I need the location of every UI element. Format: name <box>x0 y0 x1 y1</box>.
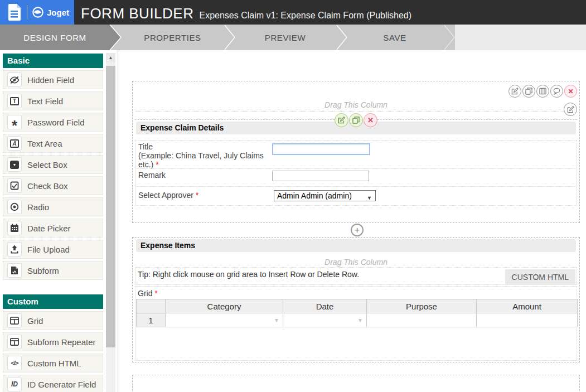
date-cell[interactable]: ▼ <box>283 313 367 327</box>
palette-item-subform-repeater[interactable]: Subform Repeater <box>3 332 103 351</box>
tab-separator-icon <box>444 25 456 50</box>
grid-element[interactable]: Grid * Category Date Purpose Amount <box>135 286 577 361</box>
palette-item-label: Subform <box>27 266 59 275</box>
comment-icon[interactable] <box>550 85 563 98</box>
upload-icon <box>7 242 22 257</box>
scrollbar-thumb[interactable] <box>106 66 115 347</box>
file-icon <box>7 263 22 278</box>
required-marker: * <box>154 289 157 298</box>
add-section-button[interactable]: + <box>351 224 364 236</box>
purpose-cell[interactable] <box>367 313 477 327</box>
field-row-title[interactable]: Title (Example: China Travel, July Claim… <box>135 140 577 169</box>
scroll-up-icon[interactable]: ▲ <box>106 53 115 62</box>
palette-item-label: Date Picker <box>27 224 71 233</box>
palette-item-label: Password Field <box>27 118 85 127</box>
category-cell[interactable]: ▼ <box>166 313 283 327</box>
code-icon: </> <box>7 356 22 370</box>
section-expense-items: Expense Items Drag This Column Tip: Righ… <box>132 237 580 362</box>
custom-html-badge[interactable]: CUSTOM HTML <box>505 269 575 285</box>
grid-header-purpose: Purpose <box>367 299 477 313</box>
delete-section-icon[interactable]: ✕ <box>564 85 577 98</box>
dropdown-arrow-icon: ▼ <box>357 317 363 323</box>
row-number-cell: 1 <box>137 313 166 327</box>
palette-item-label: Hidden Field <box>27 75 74 85</box>
palette-item-label: File Upload <box>27 245 70 254</box>
element-palette: Basic Hidden Field T Text Field * Passwo… <box>0 50 118 392</box>
palette-scrollbar[interactable]: ▲ <box>106 53 115 392</box>
copy-element-icon[interactable] <box>349 113 363 127</box>
palette-item-password-field[interactable]: * Password Field <box>3 113 103 132</box>
grid-header-date: Date <box>283 299 367 313</box>
palette-item-select-box[interactable]: ▼ Select Box <box>3 155 103 174</box>
copy-section-icon[interactable] <box>522 85 535 98</box>
palette-item-hidden-field[interactable]: Hidden Field <box>3 70 103 89</box>
section-empty[interactable] <box>132 375 580 392</box>
app-title: FORM BUILDER <box>81 5 193 22</box>
delete-element-icon[interactable]: ✕ <box>364 113 377 127</box>
joget-brand-text: Joget <box>47 8 69 17</box>
palette-item-label: Custom HTML <box>27 359 81 368</box>
palette-item-label: Radio <box>27 202 49 212</box>
palette-item-text-field[interactable]: T Text Field <box>3 91 103 110</box>
palette-item-grid[interactable]: Grid <box>3 311 103 330</box>
drag-column-handle[interactable]: Drag This Column <box>133 100 579 109</box>
columns-layout-icon[interactable] <box>536 85 549 98</box>
tab-preview[interactable]: PREVIEW <box>234 25 336 50</box>
id-icon: ID <box>7 377 22 391</box>
palette-item-id-generator[interactable]: ID ID Generator Field <box>3 375 103 392</box>
form-canvas: ✕ Drag This Column ✕ Expense Claim Detai… <box>118 50 586 392</box>
tab-design-form[interactable]: DESIGN FORM <box>0 25 110 50</box>
grid-header-amount: Amount <box>477 299 578 313</box>
section-toolbar: ✕ <box>508 85 577 98</box>
field-rows: Title (Example: China Travel, July Claim… <box>135 141 577 206</box>
palette-item-label: Subform Repeater <box>27 337 96 347</box>
check-box-icon <box>7 178 22 193</box>
expense-grid-table: Category Date Purpose Amount 1 ▼ ▼ <box>136 299 578 327</box>
drag-column-handle[interactable]: Drag This Column <box>133 258 579 267</box>
palette-item-custom-html[interactable]: </> Custom HTML <box>3 354 103 372</box>
text-area-icon: A <box>7 136 22 151</box>
tab-save[interactable]: SAVE <box>346 25 444 50</box>
joget-logo: Joget <box>32 6 69 18</box>
custom-html-element[interactable]: Tip: Right click mouse on grid area to I… <box>135 267 577 285</box>
palette-item-label: Grid <box>27 316 43 326</box>
radio-icon <box>7 200 22 214</box>
tab-properties[interactable]: PROPERTIES <box>121 25 224 50</box>
remark-input[interactable] <box>272 171 369 181</box>
document-icon <box>7 3 22 21</box>
select-arrow-icon: ▼ <box>367 193 372 203</box>
palette-item-label: Select Box <box>27 160 67 170</box>
select-box-icon: ▼ <box>7 157 22 172</box>
palette-item-check-box[interactable]: Check Box <box>3 176 103 195</box>
palette-item-label: ID Generator Field <box>27 380 96 389</box>
edit-section-icon[interactable] <box>508 85 521 98</box>
field-row-remark[interactable]: Remark <box>135 168 577 187</box>
eye-slash-icon <box>7 72 22 87</box>
amount-cell[interactable] <box>477 313 578 327</box>
section-title-bar[interactable]: Expense Items <box>136 239 576 252</box>
logo-box[interactable]: Joget <box>0 0 74 25</box>
grid-header-category: Category <box>166 299 283 313</box>
palette-item-subform[interactable]: Subform <box>3 261 103 280</box>
form-subtitle: Expenses Claim v1: Expense Claim Form (P… <box>199 11 411 21</box>
section-expense-claim-details: ✕ Drag This Column ✕ Expense Claim Detai… <box>132 81 580 223</box>
palette-gap <box>3 282 118 294</box>
approver-select[interactable]: Admin Admin (admin) ▼ <box>274 190 376 201</box>
palette-item-date-picker[interactable]: Date Picker <box>3 219 103 238</box>
field-row-approver[interactable]: Select Approver * Admin Admin (admin) ▼ <box>135 186 577 206</box>
element-toolbar: ✕ <box>133 113 579 127</box>
edit-element-icon[interactable] <box>335 113 348 127</box>
builder-tabbar: DESIGN FORM PROPERTIES PREVIEW SAVE <box>0 25 586 50</box>
joget-globe-icon <box>32 6 44 18</box>
column-divider <box>135 111 577 112</box>
builder-content: Basic Hidden Field T Text Field * Passwo… <box>0 50 586 392</box>
palette-item-text-area[interactable]: A Text Area <box>3 134 103 153</box>
text-field-icon: T <box>7 94 22 108</box>
title-input[interactable] <box>272 143 370 155</box>
logo-divider <box>27 5 27 20</box>
palette-item-label: Check Box <box>27 181 68 191</box>
table-icon <box>7 313 22 328</box>
grid-data-row: 1 ▼ ▼ <box>137 313 578 327</box>
palette-item-radio[interactable]: Radio <box>3 197 103 216</box>
palette-item-file-upload[interactable]: File Upload <box>3 240 103 259</box>
